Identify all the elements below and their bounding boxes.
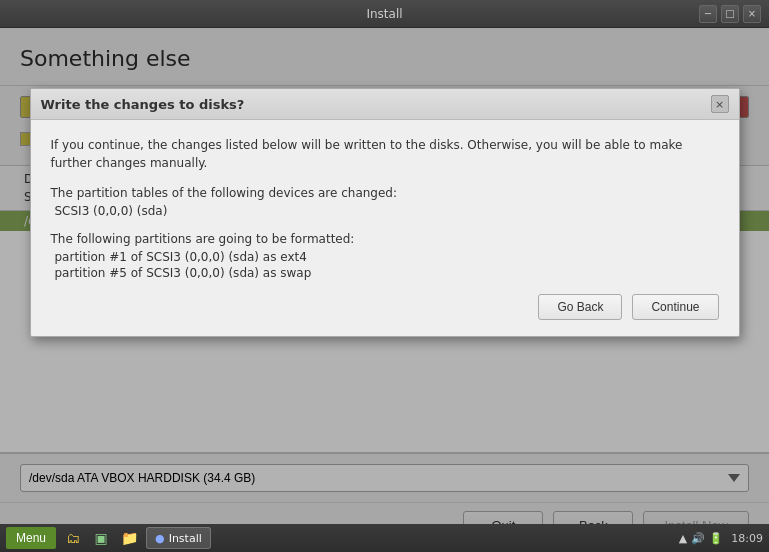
taskbar-menu-button[interactable]: Menu xyxy=(6,527,56,549)
dialog-spacer1 xyxy=(51,220,719,232)
dialog-titlebar: Write the changes to disks? × xyxy=(31,89,739,120)
taskbar-time: 18:09 xyxy=(731,532,763,545)
dialog-section2-detail2: partition #5 of SCSI3 (0,0,0) (sda) as s… xyxy=(51,266,719,280)
taskbar-right: ▲ 🔊 🔋 18:09 xyxy=(679,532,763,545)
window-title: Install xyxy=(366,7,402,21)
dialog-close-button[interactable]: × xyxy=(711,95,729,113)
minimize-button[interactable]: − xyxy=(699,5,717,23)
taskbar-app-label: Install xyxy=(169,532,202,545)
close-button[interactable]: × xyxy=(743,5,761,23)
network-icon: ▲ xyxy=(679,532,687,545)
taskbar-sys-icons: ▲ 🔊 🔋 xyxy=(679,532,723,545)
dialog-overlay: Write the changes to disks? × If you con… xyxy=(0,28,769,524)
title-bar: Install − □ × xyxy=(0,0,769,28)
taskbar-icon-terminal[interactable]: ▣ xyxy=(90,527,112,549)
dialog-buttons: Go Back Continue xyxy=(51,282,719,322)
taskbar-icon-folder[interactable]: 📁 xyxy=(118,527,140,549)
write-changes-dialog: Write the changes to disks? × If you con… xyxy=(30,88,740,337)
dialog-title: Write the changes to disks? xyxy=(41,97,245,112)
title-bar-controls: − □ × xyxy=(699,5,761,23)
continue-button[interactable]: Continue xyxy=(632,294,718,320)
taskbar: Menu 🗂 ▣ 📁 ● Install ▲ 🔊 🔋 18:09 xyxy=(0,524,769,552)
dialog-content: If you continue, the changes listed belo… xyxy=(31,120,739,336)
taskbar-app-install[interactable]: ● Install xyxy=(146,527,211,549)
battery-icon: 🔋 xyxy=(709,532,723,545)
dialog-section2-title: The following partitions are going to be… xyxy=(51,232,719,246)
go-back-button[interactable]: Go Back xyxy=(538,294,622,320)
taskbar-icon-files[interactable]: 🗂 xyxy=(62,527,84,549)
dialog-section1-detail: SCSI3 (0,0,0) (sda) xyxy=(51,204,719,218)
maximize-button[interactable]: □ xyxy=(721,5,739,23)
dialog-intro-text: If you continue, the changes listed belo… xyxy=(51,136,719,172)
dialog-section2-detail1: partition #1 of SCSI3 (0,0,0) (sda) as e… xyxy=(51,250,719,264)
dialog-section1-title: The partition tables of the following de… xyxy=(51,186,719,200)
volume-icon: 🔊 xyxy=(691,532,705,545)
